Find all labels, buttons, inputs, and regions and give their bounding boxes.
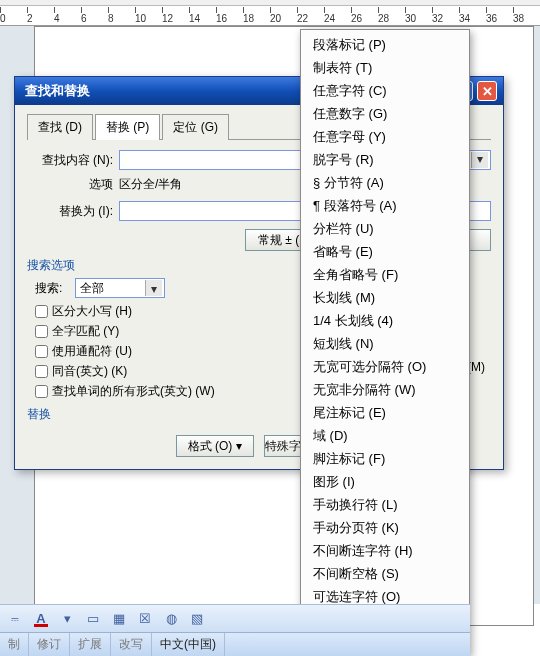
ruler-tick: 24 bbox=[324, 13, 351, 24]
ruler-tick: 18 bbox=[243, 13, 270, 24]
format-button[interactable]: 格式 (O) ▾ bbox=[176, 435, 254, 457]
ruler-tick: 10 bbox=[135, 13, 162, 24]
ruler-tick: 32 bbox=[432, 13, 459, 24]
format-toolbar: ⎓ A ▾ ▭ ▦ ☒ ◍ ▧ bbox=[0, 604, 470, 632]
ruler-tick: 14 bbox=[189, 13, 216, 24]
status-language[interactable]: 中文(中国) bbox=[152, 633, 225, 656]
ruler-tick: 4 bbox=[54, 13, 81, 24]
special-menu-item[interactable]: 图形 (I) bbox=[301, 470, 469, 493]
special-menu-item[interactable]: 尾注标记 (E) bbox=[301, 401, 469, 424]
find-what-label: 查找内容 (N): bbox=[27, 152, 119, 169]
ruler-tick: 34 bbox=[459, 13, 486, 24]
tool-btn-dropdown-1[interactable]: ▾ bbox=[56, 609, 78, 629]
special-menu-item[interactable]: 手动换行符 (L) bbox=[301, 493, 469, 516]
special-menu-item[interactable]: 省略号 (E) bbox=[301, 240, 469, 263]
status-cell: 扩展 bbox=[70, 633, 111, 656]
special-menu-item[interactable]: 任意数字 (G) bbox=[301, 102, 469, 125]
special-characters-menu: 段落标记 (P)制表符 (T)任意字符 (C)任意数字 (G)任意字母 (Y)脱… bbox=[300, 29, 470, 655]
ruler-tick: 30 bbox=[405, 13, 432, 24]
special-menu-item[interactable]: 任意字符 (C) bbox=[301, 79, 469, 102]
special-menu-item[interactable]: 手动分页符 (K) bbox=[301, 516, 469, 539]
ruler-tick: 36 bbox=[486, 13, 513, 24]
replace-with-label: 替换为 (I): bbox=[27, 203, 119, 220]
options-label: 选项 bbox=[27, 176, 119, 193]
ruler-tick: 6 bbox=[81, 13, 108, 24]
close-button[interactable]: ✕ bbox=[477, 81, 497, 101]
special-menu-item[interactable]: 域 (D) bbox=[301, 424, 469, 447]
tool-btn-6[interactable]: ▧ bbox=[186, 609, 208, 629]
special-menu-item[interactable]: 分栏符 (U) bbox=[301, 217, 469, 240]
tool-btn-2[interactable]: ▭ bbox=[82, 609, 104, 629]
special-menu-item[interactable]: 段落标记 (P) bbox=[301, 33, 469, 56]
horizontal-ruler: 0246810121416182022242628303234363840424… bbox=[0, 6, 540, 26]
status-cell: 制 bbox=[0, 633, 29, 656]
special-menu-item[interactable]: ¶ 段落符号 (A) bbox=[301, 194, 469, 217]
tab-goto[interactable]: 定位 (G) bbox=[162, 114, 229, 140]
special-menu-item[interactable]: 不间断连字符 (H) bbox=[301, 539, 469, 562]
ruler-tick: 8 bbox=[108, 13, 135, 24]
special-menu-item[interactable]: 无宽非分隔符 (W) bbox=[301, 378, 469, 401]
ruler-tick: 26 bbox=[351, 13, 378, 24]
special-menu-item[interactable]: 全角省略号 (F) bbox=[301, 263, 469, 286]
tab-replace[interactable]: 替换 (P) bbox=[95, 114, 160, 140]
tool-btn-1[interactable]: ⎓ bbox=[4, 609, 26, 629]
status-cell: 改写 bbox=[111, 633, 152, 656]
ruler-tick: 0 bbox=[0, 13, 27, 24]
special-menu-item[interactable]: 不间断空格 (S) bbox=[301, 562, 469, 585]
special-menu-item[interactable]: 1/4 长划线 (4) bbox=[301, 309, 469, 332]
special-menu-item[interactable]: 短划线 (N) bbox=[301, 332, 469, 355]
special-menu-item[interactable]: 脚注标记 (F) bbox=[301, 447, 469, 470]
special-menu-item[interactable]: 制表符 (T) bbox=[301, 56, 469, 79]
status-cell: 修订 bbox=[29, 633, 70, 656]
special-menu-item[interactable]: 无宽可选分隔符 (O) bbox=[301, 355, 469, 378]
special-menu-item[interactable]: 长划线 (M) bbox=[301, 286, 469, 309]
ruler-tick: 38 bbox=[513, 13, 540, 24]
special-menu-item[interactable]: 脱字号 (R) bbox=[301, 148, 469, 171]
ruler-tick: 16 bbox=[216, 13, 243, 24]
tool-btn-5[interactable]: ◍ bbox=[160, 609, 182, 629]
special-menu-item[interactable]: § 分节符 (A) bbox=[301, 171, 469, 194]
ruler-tick: 22 bbox=[297, 13, 324, 24]
search-direction-select[interactable]: 全部 bbox=[75, 278, 165, 298]
options-value: 区分全/半角 bbox=[119, 176, 182, 193]
tool-btn-3[interactable]: ▦ bbox=[108, 609, 130, 629]
ruler-tick: 20 bbox=[270, 13, 297, 24]
status-bar: 制修订扩展改写中文(中国) bbox=[0, 632, 470, 656]
tool-btn-4[interactable]: ☒ bbox=[134, 609, 156, 629]
status-area: ⎓ A ▾ ▭ ▦ ☒ ◍ ▧ 制修订扩展改写中文(中国) bbox=[0, 604, 470, 656]
special-menu-item[interactable]: 任意字母 (Y) bbox=[301, 125, 469, 148]
font-color-button[interactable]: A bbox=[30, 609, 52, 629]
ruler-tick: 12 bbox=[162, 13, 189, 24]
tab-find[interactable]: 查找 (D) bbox=[27, 114, 93, 140]
ruler-tick: 2 bbox=[27, 13, 54, 24]
ruler-tick: 28 bbox=[378, 13, 405, 24]
search-direction-label: 搜索: bbox=[27, 280, 75, 297]
